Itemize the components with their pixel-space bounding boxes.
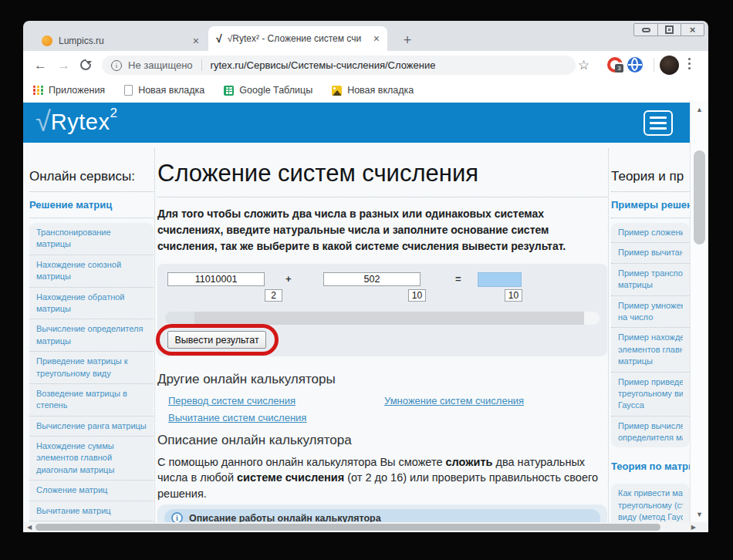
column-divider bbox=[154, 149, 155, 522]
security-label: Не защищено bbox=[128, 59, 193, 71]
number2-input[interactable]: 502 bbox=[323, 272, 421, 286]
site-logo[interactable]: √Rytex2 bbox=[35, 106, 117, 138]
base2-input[interactable]: 10 bbox=[408, 289, 426, 302]
tab-lumpics[interactable]: Lumpics.ru × bbox=[35, 30, 206, 51]
other-calculators-heading: Другие онлайн калькуляторы bbox=[157, 372, 607, 387]
sidebar-item[interactable]: Приведение матрицы к треугольному виду bbox=[29, 352, 154, 384]
back-icon[interactable]: ← bbox=[34, 58, 47, 73]
bookmark-sheets[interactable]: Google Таблицы bbox=[224, 85, 312, 96]
right-sidebar: Теория и пр Примеры решени Пример сложен… bbox=[611, 169, 690, 522]
sidebar-item-group: Пример сложения м Пример вычитания Приме… bbox=[611, 223, 690, 447]
sidebar-item[interactable]: Вычисление ранга матрицы bbox=[29, 417, 154, 437]
reload-icon[interactable] bbox=[80, 59, 91, 70]
sidebar-item[interactable]: Транспонирование матрицы bbox=[29, 223, 154, 255]
sidebar-item[interactable]: Пример умноженияна число bbox=[611, 296, 690, 329]
site-header: √Rytex2 bbox=[23, 103, 690, 143]
image-icon bbox=[332, 86, 342, 96]
scroll-down-icon[interactable]: ▼ bbox=[691, 511, 708, 518]
sidebar-item[interactable]: Вычисление определителя матрицы bbox=[29, 319, 154, 352]
sidebar-category-theory[interactable]: Теория по матриц bbox=[611, 454, 690, 479]
sidebar-category-examples[interactable]: Примеры решени bbox=[611, 192, 690, 218]
sqrt-glyph: √ bbox=[35, 106, 51, 137]
sidebar-item[interactable]: Возведение матрицы в степень bbox=[29, 384, 154, 417]
close-icon: × bbox=[690, 25, 696, 35]
minimize-button[interactable] bbox=[634, 24, 657, 35]
link-multiplication[interactable]: Умножение систем счисления bbox=[384, 395, 524, 407]
sidebar-heading: Онлайн сервисы: bbox=[29, 169, 154, 192]
sidebar-item[interactable]: Пример нахождениеэлементов главнойматриц… bbox=[611, 328, 690, 372]
sidebar-category-matrices[interactable]: Решение матриц bbox=[29, 192, 154, 218]
tab-title: √Rytex² - Сложение систем счи bbox=[228, 33, 369, 44]
browser-window: × Lumpics.ru × √ √Rytex² - Сложение сист… bbox=[23, 21, 708, 532]
extension-globe-icon[interactable] bbox=[627, 57, 643, 73]
url-text: rytex.ru/Сервисы/Системы-счисления/Сложе… bbox=[211, 59, 436, 71]
link-conversion[interactable]: Перевод систем счисления bbox=[168, 395, 296, 407]
sidebar-item[interactable]: Пример вычисленияопределителя матр bbox=[611, 417, 690, 448]
show-result-button[interactable]: Вывести результат bbox=[167, 331, 266, 349]
address-divider bbox=[201, 59, 202, 71]
sidebar-item-group: Транспонирование матрицы Нахождение союз… bbox=[29, 223, 154, 522]
sidebar-item[interactable]: Пример сложения м bbox=[611, 223, 690, 243]
scroll-left-icon[interactable]: ◀ bbox=[27, 524, 32, 531]
site-info-icon[interactable]: i bbox=[111, 60, 122, 71]
tab-close-icon[interactable]: × bbox=[193, 35, 199, 46]
close-button[interactable]: × bbox=[681, 24, 704, 35]
bookmark-label: Приложения bbox=[49, 85, 105, 96]
extension-badge: 3 bbox=[615, 64, 623, 73]
horizontal-scrollbar[interactable]: ◀ ▶ bbox=[23, 522, 708, 532]
forward-icon[interactable]: → bbox=[57, 58, 70, 73]
description-text: С помощью данного онлайн калькулятора Вы… bbox=[157, 454, 607, 501]
result-field-highlighted[interactable] bbox=[478, 272, 522, 287]
sidebar-item[interactable]: Пример приведениятреугольному видуГаусса bbox=[611, 373, 690, 417]
calculator-scrollbar[interactable] bbox=[165, 312, 600, 325]
browser-toolbar: ← → i Не защищено rytex.ru/Сервисы/Систе… bbox=[23, 51, 708, 79]
sidebar-item[interactable]: Нахождение суммы элементов главной диаго… bbox=[29, 437, 154, 481]
scroll-up-icon[interactable]: ▲ bbox=[691, 106, 708, 113]
page-icon bbox=[124, 85, 133, 96]
info-box-header: i Описание работы онлайн калькулятора bbox=[164, 509, 600, 522]
left-sidebar: Онлайн сервисы: Решение матриц Транспони… bbox=[29, 169, 154, 522]
vertical-scrollbar[interactable]: ▲ ▼ bbox=[690, 101, 708, 522]
rytex-favicon-icon: √ bbox=[216, 32, 222, 45]
link-subtraction[interactable]: Вычитание систем счисления bbox=[168, 412, 306, 423]
window-controls: × bbox=[633, 23, 704, 36]
bookmarks-bar: Приложения Новая вкладка Google Таблицы … bbox=[23, 79, 708, 101]
sidebar-item[interactable]: Нахождение союзной матрицы bbox=[29, 255, 154, 288]
toolbar-divider bbox=[654, 58, 654, 72]
plus-operator: + bbox=[285, 273, 292, 285]
sidebar-item[interactable]: Пример вычитания bbox=[611, 243, 690, 263]
equals-sign: = bbox=[455, 273, 461, 285]
bookmark-label: Google Таблицы bbox=[239, 85, 312, 96]
bookmark-star-icon[interactable]: ☆ bbox=[578, 57, 589, 73]
new-tab-button[interactable]: + bbox=[398, 31, 417, 49]
address-bar[interactable]: i Не защищено rytex.ru/Сервисы/Системы-с… bbox=[102, 56, 576, 75]
maximize-button[interactable] bbox=[657, 24, 681, 35]
vertical-scroll-thumb[interactable] bbox=[694, 150, 705, 245]
tab-close-icon[interactable]: × bbox=[373, 33, 380, 44]
tab-rytex-active[interactable]: √ √Rytex² - Сложение систем счи × bbox=[208, 26, 387, 51]
bookmark-newtab-2[interactable]: Новая вкладка bbox=[332, 85, 414, 96]
sidebar-item[interactable]: Нахождение обратной матрицы bbox=[29, 288, 154, 320]
info-icon: i bbox=[171, 512, 183, 522]
sidebar-heading: Теория и пр bbox=[611, 169, 690, 192]
info-box: i Описание работы онлайн калькулятора Ма… bbox=[157, 504, 607, 522]
extension-red-icon[interactable]: 3 bbox=[607, 57, 623, 73]
sidebar-item[interactable]: Пример транспонирматрицы bbox=[611, 264, 690, 296]
sidebar-item[interactable]: Вычитание матриц bbox=[29, 501, 154, 521]
bookmark-apps[interactable]: Приложения bbox=[33, 85, 105, 96]
sidebar-item[interactable]: Сложение матриц bbox=[29, 481, 154, 501]
scroll-right-icon[interactable]: ▶ bbox=[691, 524, 696, 531]
description-heading: Описание онлайн калькулятора bbox=[157, 433, 607, 448]
sidebar-item[interactable]: Как привести матритреугольному (ступвиду… bbox=[611, 484, 690, 522]
browser-menu-icon[interactable] bbox=[688, 58, 691, 69]
apps-grid-icon bbox=[33, 86, 43, 96]
base1-input[interactable]: 2 bbox=[265, 289, 282, 302]
minimize-icon bbox=[642, 28, 650, 32]
horizontal-scroll-thumb[interactable] bbox=[35, 524, 660, 531]
hamburger-menu-icon[interactable] bbox=[643, 110, 673, 136]
profile-avatar[interactable] bbox=[660, 56, 679, 75]
base3-input[interactable]: 10 bbox=[505, 289, 522, 302]
column-divider bbox=[608, 149, 609, 522]
number1-input[interactable]: 11010001 bbox=[167, 272, 265, 286]
bookmark-newtab-1[interactable]: Новая вкладка bbox=[124, 85, 204, 96]
